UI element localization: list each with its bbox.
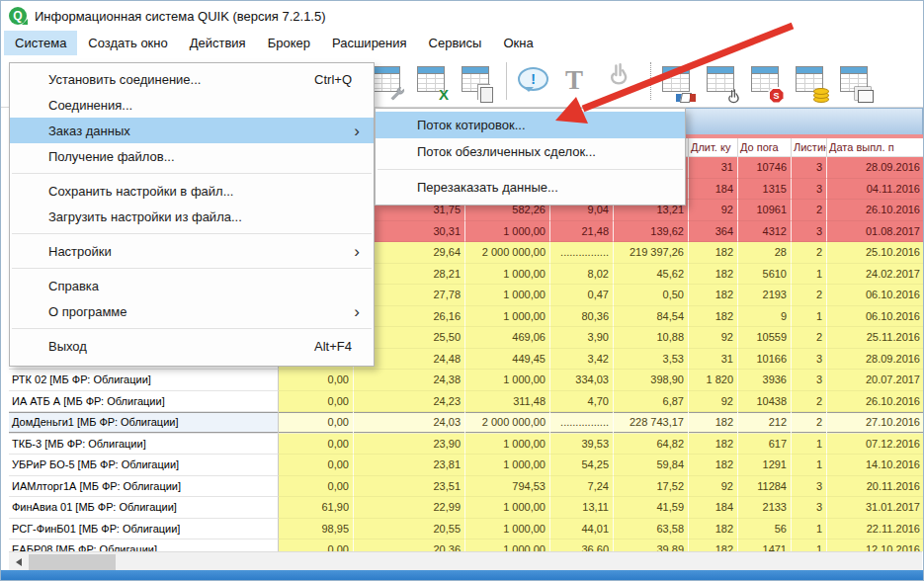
value-cell[interactable]: 20.11.2016 <box>827 476 924 498</box>
value-cell[interactable]: 219 397,26 <box>614 242 689 264</box>
value-cell[interactable]: 0,00 <box>279 540 354 551</box>
menubar-item-services[interactable]: Сервисы <box>418 31 493 55</box>
instrument-name-cell[interactable]: УБРиР БО-5 [МБ ФР: Облигации] <box>9 455 279 476</box>
scroll-left-button[interactable] <box>11 554 27 570</box>
value-cell[interactable]: 14.10.2016 <box>827 455 924 476</box>
value-cell[interactable]: 0,47 <box>550 285 614 306</box>
value-cell[interactable]: 31 <box>689 349 738 371</box>
system-menu-item-exit[interactable]: ВыходAlt+F4 <box>10 333 374 359</box>
column-header[interactable]: Длит. ку <box>689 138 738 157</box>
value-cell[interactable]: 3 <box>792 157 827 179</box>
value-cell[interactable]: 617 <box>738 434 792 456</box>
value-cell[interactable]: 2 000 000,00 <box>465 242 550 264</box>
value-cell[interactable]: 41,59 <box>614 497 689 519</box>
value-cell[interactable]: 17,52 <box>614 476 689 498</box>
value-cell[interactable]: 398,90 <box>614 370 689 391</box>
value-cell[interactable]: 28 <box>738 242 792 264</box>
value-cell[interactable]: 61,90 <box>279 497 354 519</box>
instrument-name-cell[interactable]: ТКБ-3 [МБ ФР: Облигации] <box>9 434 279 456</box>
value-cell[interactable]: 3 <box>792 370 827 391</box>
value-cell[interactable]: 12.10.2016 <box>827 540 924 551</box>
value-cell[interactable]: 1 000,00 <box>465 221 550 243</box>
value-cell[interactable]: 1 <box>792 264 827 286</box>
value-cell[interactable]: 10559 <box>738 327 792 349</box>
table-row[interactable]: ИА АТБ А [МБ ФР: Облигации]0,0024,23311,… <box>9 391 924 413</box>
value-cell[interactable]: 0,00 <box>279 370 354 391</box>
value-cell[interactable]: 84,54 <box>614 306 689 328</box>
value-cell[interactable]: 22.11.2016 <box>827 519 924 540</box>
value-cell[interactable]: 364 <box>689 221 738 243</box>
value-cell[interactable]: 10166 <box>738 349 792 371</box>
gesture-hand-icon[interactable] <box>604 61 637 101</box>
value-cell[interactable]: 0,00 <box>279 412 354 434</box>
value-cell[interactable]: 3936 <box>738 370 792 391</box>
value-cell[interactable]: 11284 <box>738 476 792 498</box>
instrument-name-cell[interactable]: ДомДеньги1 [МБ ФР: Облигации] <box>9 412 279 434</box>
value-cell[interactable]: 1315 <box>738 179 792 201</box>
value-cell[interactable]: 1 <box>792 519 827 540</box>
value-cell[interactable]: 24,38 <box>354 370 465 391</box>
data-submenu-item-anonymous-trades-stream[interactable]: Поток обезличенных сделок... <box>376 138 685 165</box>
value-cell[interactable]: 794,53 <box>465 476 550 498</box>
value-cell[interactable]: 80,36 <box>550 306 614 328</box>
instrument-name-cell[interactable]: ИАМлторг1А [МБ ФР: Облигации] <box>9 476 279 498</box>
value-cell[interactable]: 3 <box>792 179 827 201</box>
value-cell[interactable]: 2 <box>792 412 827 434</box>
value-cell[interactable]: 26.10.2016 <box>827 200 924 221</box>
system-menu-item-data-order[interactable]: Заказ данных› <box>10 118 374 143</box>
value-cell[interactable]: 24,23 <box>354 391 465 413</box>
value-cell[interactable]: 182 <box>689 412 738 434</box>
value-cell[interactable]: 1 <box>792 434 827 456</box>
value-cell[interactable]: 1291 <box>738 455 792 476</box>
table-row[interactable]: УБРиР БО-5 [МБ ФР: Облигации]0,0023,811 … <box>9 455 924 476</box>
value-cell[interactable]: 25.10.2016 <box>827 242 924 264</box>
orders-hand-icon[interactable] <box>705 61 738 101</box>
table-row[interactable]: ЕАБР08 [МБ ФР: Облигации]0,0020,361 000,… <box>9 540 924 551</box>
value-cell[interactable]: 44,01 <box>550 519 614 540</box>
value-cell[interactable]: 1 000,00 <box>465 306 550 328</box>
value-cell[interactable]: 0,50 <box>614 285 689 306</box>
value-cell[interactable]: 182 <box>689 540 738 551</box>
value-cell[interactable]: 56 <box>738 519 792 540</box>
table-settings-icon[interactable] <box>371 61 404 101</box>
value-cell[interactable]: 2 <box>792 200 827 221</box>
value-cell[interactable]: 0,00 <box>279 455 354 476</box>
instrument-name-cell[interactable]: ФинАвиа 01 [МБ ФР: Облигации] <box>9 497 279 519</box>
value-cell[interactable]: 184 <box>689 497 738 519</box>
value-cell[interactable]: 24.02.2017 <box>827 264 924 286</box>
value-cell[interactable]: 2 000 000,00 <box>465 412 550 434</box>
column-header[interactable]: Дата выпл. п <box>827 138 924 157</box>
value-cell[interactable]: 1 000,00 <box>465 264 550 286</box>
instrument-name-cell[interactable]: ИА АТБ А [МБ ФР: Облигации] <box>9 391 279 413</box>
copy-table-icon[interactable] <box>460 61 493 101</box>
value-cell[interactable]: 449,45 <box>465 349 550 371</box>
value-cell[interactable]: 182 <box>689 306 738 328</box>
system-menu-item-connections[interactable]: Соединения... <box>10 92 374 118</box>
value-cell[interactable]: 25.11.2016 <box>827 327 924 349</box>
system-menu-item-load-settings[interactable]: Загрузить настройки из файла... <box>10 204 374 229</box>
export-excel-icon[interactable]: X <box>415 61 449 101</box>
value-cell[interactable]: 1 000,00 <box>465 540 550 551</box>
value-cell[interactable]: 10,88 <box>614 327 689 349</box>
value-cell[interactable]: 39,89 <box>614 540 689 551</box>
value-cell[interactable]: 23,81 <box>354 455 465 476</box>
value-cell[interactable]: 13,11 <box>550 497 614 519</box>
value-cell[interactable]: 20.07.2017 <box>827 370 924 391</box>
value-cell[interactable]: 10438 <box>738 391 792 413</box>
value-cell[interactable]: 06.10.2016 <box>827 306 924 328</box>
value-cell[interactable]: 1 000,00 <box>465 497 550 519</box>
column-header[interactable]: Листин <box>792 138 827 157</box>
system-menu-item-save-settings[interactable]: Сохранить настройки в файл... <box>10 178 374 204</box>
menubar-item-system[interactable]: Система <box>4 31 77 55</box>
value-cell[interactable]: 04.11.2016 <box>827 179 924 201</box>
system-menu-item-about[interactable]: О программе› <box>10 298 374 324</box>
value-cell[interactable]: 182 <box>689 434 738 456</box>
value-cell[interactable]: 28.09.2016 <box>827 157 924 179</box>
value-cell[interactable]: 59,84 <box>614 455 689 476</box>
menubar-item-broker[interactable]: Брокер <box>257 31 321 55</box>
value-cell[interactable]: 28.09.2016 <box>827 349 924 371</box>
value-cell[interactable]: 2193 <box>738 285 792 306</box>
value-cell[interactable]: 45,62 <box>614 264 689 286</box>
value-cell[interactable]: 3,53 <box>614 349 689 371</box>
value-cell[interactable]: 39,53 <box>550 434 614 456</box>
